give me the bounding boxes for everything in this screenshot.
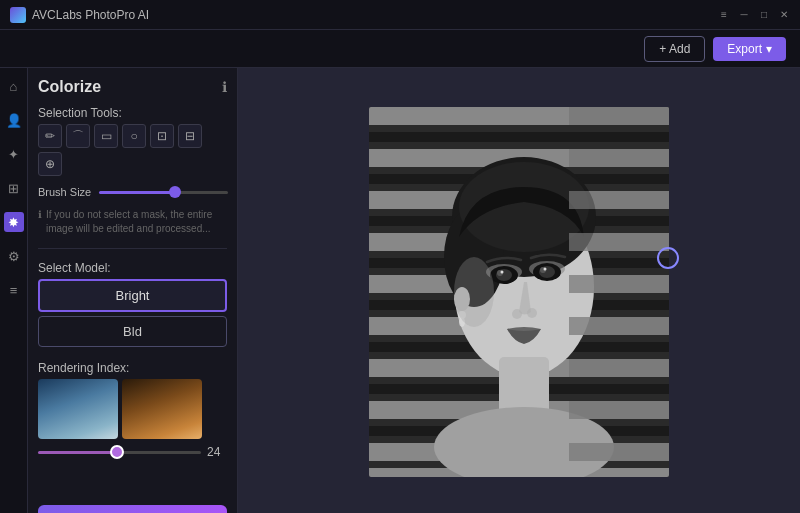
- svg-rect-45: [569, 275, 669, 293]
- icon-rail: ⌂ 👤 ✦ ⊞ ✸ ⚙ ≡: [0, 68, 28, 513]
- svg-rect-44: [569, 233, 669, 251]
- brush-size-label: Brush Size: [38, 186, 91, 198]
- render-preview-1: [38, 379, 118, 439]
- hint-text: ℹ If you do not select a mask, the entir…: [38, 208, 227, 236]
- svg-point-35: [512, 309, 522, 319]
- rendering-label: Rendering Index:: [38, 361, 227, 375]
- model-section: Select Model: Bright Bld: [38, 261, 227, 351]
- export-button[interactable]: Export ▾: [713, 37, 786, 61]
- selection-tools-row: ✏ ⌒ ▭ ○ ⊡ ⊟ ⊕: [38, 124, 227, 176]
- photo-container: [369, 107, 669, 477]
- panel-header: Colorize ℹ: [38, 78, 227, 96]
- apply-button[interactable]: Apply: [38, 505, 227, 513]
- window-controls[interactable]: ≡ ─ □ ✕: [718, 9, 790, 21]
- svg-point-40: [454, 257, 494, 327]
- wand-tool[interactable]: ⊡: [150, 124, 174, 148]
- render-slider[interactable]: [38, 451, 201, 454]
- rail-person-icon[interactable]: 👤: [4, 110, 24, 130]
- svg-rect-42: [569, 149, 669, 167]
- rect-tool[interactable]: ▭: [94, 124, 118, 148]
- divider: [38, 248, 227, 249]
- bw-photo-svg: [369, 107, 669, 477]
- minimize-btn[interactable]: ─: [738, 9, 750, 21]
- rail-home-icon[interactable]: ⌂: [4, 76, 24, 96]
- canvas-workspace[interactable]: [238, 68, 800, 513]
- panel-title: Colorize: [38, 78, 101, 96]
- chevron-down-icon: ▾: [766, 42, 772, 56]
- model-bright-btn[interactable]: Bright: [38, 279, 227, 312]
- close-btn[interactable]: ✕: [778, 9, 790, 21]
- lasso-tool[interactable]: ⌒: [66, 124, 90, 148]
- control-panel: Colorize ℹ Selection Tools: ✏ ⌒ ▭ ○ ⊡ ⊟ …: [28, 68, 238, 513]
- add-button[interactable]: + Add: [644, 36, 705, 62]
- render-preview-2: [122, 379, 202, 439]
- svg-rect-43: [569, 191, 669, 209]
- render-value: 24: [207, 445, 227, 459]
- selection-tools-section: Selection Tools: ✏ ⌒ ▭ ○ ⊡ ⊟ ⊕: [38, 106, 227, 176]
- circle-indicator: [657, 247, 679, 269]
- svg-rect-48: [569, 401, 669, 419]
- svg-point-34: [544, 267, 547, 270]
- menu-icon[interactable]: ≡: [718, 9, 730, 21]
- svg-rect-47: [569, 359, 669, 377]
- svg-point-33: [501, 270, 504, 273]
- circle-tool[interactable]: ○: [122, 124, 146, 148]
- model-bld-btn[interactable]: Bld: [38, 316, 227, 347]
- svg-rect-41: [569, 107, 669, 125]
- svg-rect-46: [569, 317, 669, 335]
- selection-tools-label: Selection Tools:: [38, 106, 227, 120]
- maximize-btn[interactable]: □: [758, 9, 770, 21]
- render-previews: [38, 379, 227, 439]
- app-icon: [10, 7, 26, 23]
- top-header: + Add Export ▾: [0, 30, 800, 68]
- brush-size-slider[interactable]: [99, 191, 228, 194]
- rail-layers-icon[interactable]: ⊞: [4, 178, 24, 198]
- info-icon[interactable]: ℹ: [222, 79, 227, 95]
- svg-rect-2: [369, 132, 669, 142]
- hint-icon: ℹ: [38, 208, 42, 236]
- header-actions: + Add Export ▾: [644, 36, 786, 62]
- svg-rect-49: [569, 443, 669, 461]
- minus-tool[interactable]: ⊟: [178, 124, 202, 148]
- plus-tool[interactable]: ⊕: [38, 152, 62, 176]
- render-slider-row: 24: [38, 445, 227, 459]
- title-bar: AVCLabs PhotoPro AI ≡ ─ □ ✕: [0, 0, 800, 30]
- rail-cursor-icon[interactable]: ✦: [4, 144, 24, 164]
- rail-sparkle-icon[interactable]: ✸: [4, 212, 24, 232]
- rail-tool-icon[interactable]: ⚙: [4, 246, 24, 266]
- svg-point-36: [527, 308, 537, 318]
- model-label: Select Model:: [38, 261, 227, 275]
- brush-size-row: Brush Size: [38, 186, 227, 198]
- pen-tool[interactable]: ✏: [38, 124, 62, 148]
- canvas-area: ↺ ↩ ↪ − 53% + 1:1 ⊡ Remove All Mask Reve…: [238, 68, 800, 513]
- rendering-section: Rendering Index: 24: [38, 361, 227, 459]
- app-title: AVCLabs PhotoPro AI: [32, 8, 149, 22]
- rail-sliders-icon[interactable]: ≡: [4, 280, 24, 300]
- photo-frame: [369, 107, 669, 477]
